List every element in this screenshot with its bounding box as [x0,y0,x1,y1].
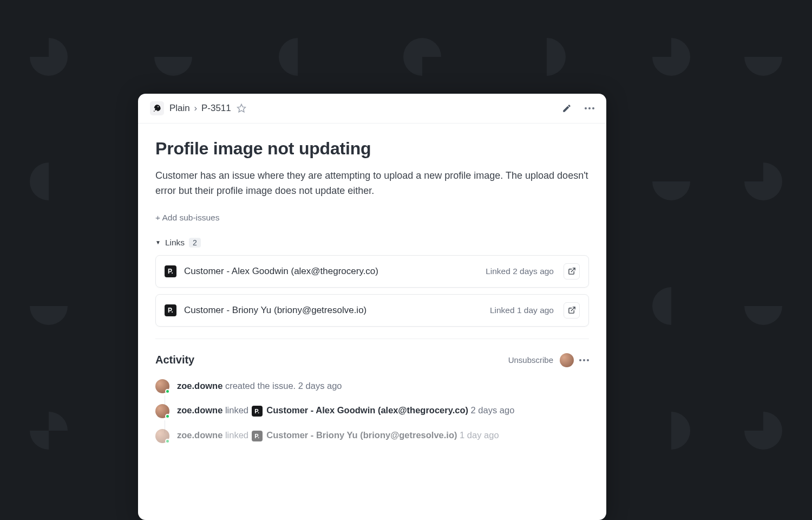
bg-shape [30,412,68,450]
breadcrumb-sep: › [194,103,198,113]
activity-action: linked [225,430,248,440]
activity-header: Activity Unsubscribe [155,353,589,367]
activity-user: zoe.downe [177,430,222,440]
activity-text: zoe.downe created the issue. 2 days ago [177,381,342,391]
link-item[interactable]: P. Customer - Briony Yu (briony@getresol… [155,294,589,327]
bg-shape [30,287,68,325]
activity-action: linked [225,405,248,415]
bg-shape [744,38,782,76]
issue-title: Profile image not updating [155,139,589,159]
plain-badge-icon: P. [165,265,176,277]
online-status-icon [165,439,170,444]
unsubscribe-button[interactable]: Unsubscribe [508,355,553,365]
plain-badge-icon: P. [165,304,176,316]
link-title: Customer - Briony Yu (briony@getresolve.… [184,305,482,316]
subscriber-avatar[interactable] [560,353,574,367]
links-section-header[interactable]: ▼ Links 2 [155,238,589,248]
bg-shape [30,162,68,200]
bg-shape [528,38,566,76]
link-title: Customer - Alex Goodwin (alex@thegrocery… [184,266,478,277]
activity-text: zoe.downe linked P. Customer - Briony Yu… [177,430,499,441]
activity-time: 2 days ago [298,381,342,391]
avatar [155,379,169,393]
activity-item: zoe.downe linked P. Customer - Alex Good… [155,404,589,418]
avatar [155,404,169,418]
bg-shape [30,38,68,76]
bg-shape [154,38,192,76]
bg-shape [652,287,690,325]
activity-action: created the issue. [225,381,296,391]
activity-user: zoe.downe [177,405,222,415]
activity-label: Activity [155,354,194,366]
issue-description: Customer has an issue where they are att… [155,168,589,199]
activity-item: zoe.downe linked P. Customer - Briony Yu… [155,429,589,443]
open-external-button[interactable] [564,263,580,280]
link-meta: Linked 2 days ago [486,266,554,276]
more-icon[interactable] [585,107,594,109]
breadcrumb[interactable]: Plain › P-3511 [169,103,231,114]
card-content: Profile image not updating Customer has … [138,123,606,443]
bg-shape [652,412,690,450]
bg-shape [652,162,690,200]
activity-text: zoe.downe linked P. Customer - Alex Good… [177,405,514,417]
svg-line-1 [571,268,575,272]
plain-badge-icon: P. [252,431,263,441]
section-divider [155,339,589,339]
activity-item: zoe.downe created the issue. 2 days ago [155,379,589,393]
svg-marker-0 [237,105,245,112]
link-item[interactable]: P. Customer - Alex Goodwin (alex@thegroc… [155,255,589,288]
online-status-icon [165,414,170,419]
activity-time: 1 day ago [460,430,499,440]
bg-shape [744,162,782,200]
open-external-button[interactable] [564,302,580,318]
bg-shape [744,287,782,325]
issue-card: Plain › P-3511 Profile image not updatin… [138,94,606,520]
collapse-icon: ▼ [155,239,161,245]
online-status-icon [165,389,170,394]
avatar [155,429,169,443]
star-icon[interactable] [237,103,246,113]
activity-linked-title: Customer - Alex Goodwin (alex@thegrocery… [266,405,468,415]
card-header: Plain › P-3511 [138,94,606,123]
bg-shape [279,38,317,76]
links-label: Links [165,238,185,248]
links-count-badge: 2 [189,238,201,248]
activity-time: 2 days ago [471,405,515,415]
bg-shape [403,38,441,76]
bg-shape [652,38,690,76]
activity-user: zoe.downe [177,381,222,391]
activity-more-icon[interactable] [579,359,589,361]
breadcrumb-project[interactable]: Plain [169,103,190,113]
bg-shape [744,412,782,450]
edit-icon[interactable] [562,103,572,113]
activity-linked-title: Customer - Briony Yu (briony@getresolve.… [266,430,457,440]
plain-badge-icon: P. [252,406,263,417]
link-meta: Linked 1 day ago [490,306,554,315]
rocket-icon [150,101,164,115]
breadcrumb-id[interactable]: P-3511 [201,103,231,113]
svg-line-2 [571,307,575,311]
add-sub-issues-button[interactable]: + Add sub-issues [155,213,219,223]
